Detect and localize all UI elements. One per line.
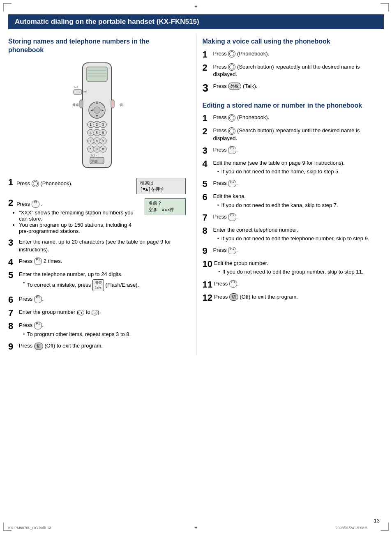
center-mark-top: +: [194, 3, 198, 9]
step-num-7: 7: [8, 308, 17, 318]
edit-step-10: 10 Edit the group number. If you do not …: [203, 260, 384, 276]
svg-text:◄: ◄: [90, 108, 93, 112]
step2-bullet2: You can program up to 150 stations, incl…: [19, 222, 141, 234]
step3-content: Enter the name, up to 20 characters (see…: [19, 238, 186, 253]
right1-step-1: 1 Press (Phonebook).: [203, 50, 384, 59]
handset-image: F1 外線 切 ▲ ▼ ◄ ►: [8, 59, 186, 174]
edit-step8-bullet1: If you do not need to edit the telephone…: [217, 235, 384, 242]
right-section2-title: Editing a stored name or number in the p…: [203, 101, 384, 110]
f1-edit-step11: F1: [229, 280, 237, 288]
step1-display: 検索は[▼▲]を押す: [136, 178, 186, 194]
svg-text:0: 0: [96, 147, 98, 151]
edit-step-11: 11 Press F1.: [203, 280, 384, 289]
left-column: Storing names and telephone numbers in t…: [8, 33, 194, 355]
svg-text:9: 9: [102, 139, 104, 143]
svg-text:1: 1: [90, 122, 92, 127]
svg-text:5: 5: [96, 131, 98, 135]
svg-point-11: [94, 107, 100, 113]
edit-step-num-11: 11: [203, 280, 212, 289]
step-num-6: 6: [8, 295, 17, 304]
column-divider: [196, 33, 196, 355]
step9-content: Press 切 (Off) to exit the program.: [19, 342, 186, 350]
off-button-step9: 切: [34, 343, 43, 350]
name-display-box: 名前？空き xxx件: [145, 198, 186, 215]
edit-step10-bullet1: If you do not need to edit the group num…: [218, 268, 384, 276]
edit-phonebook-icon1: [228, 114, 235, 122]
right1-step1-content: Press (Phonebook).: [213, 50, 384, 58]
step-num-9: 9: [8, 342, 17, 351]
svg-text:F1: F1: [74, 85, 79, 89]
f1-button-step4: F1: [34, 258, 42, 265]
step-num-3: 3: [8, 238, 17, 247]
edit-step12-content: Press 切 (Off) to exit the program.: [214, 293, 384, 301]
corner-mark-br: [380, 522, 389, 531]
svg-text:外線: 外線: [72, 103, 79, 107]
edit-step-num-5: 5: [203, 180, 212, 189]
edit-step4-bullet1: If you do not need to edit the name, ski…: [217, 168, 384, 175]
left-step-9: 9 Press 切 (Off) to exit the program.: [8, 342, 186, 351]
edit-step1-content: Press (Phonebook).: [213, 114, 384, 122]
edit-step-num-8: 8: [203, 226, 212, 235]
edit-step5-content: Press F1.: [213, 180, 384, 187]
step-num-4: 4: [8, 258, 17, 267]
svg-text:▼: ▼: [95, 114, 99, 118]
step2-bullet1: "XXX" shows the remaining station number…: [19, 209, 141, 222]
page-number: 13: [374, 518, 380, 524]
flash-erase-button: 消去ｽｯｼｭ: [92, 279, 104, 291]
right1-step-3: 3 Press 外線 (Talk).: [203, 83, 384, 93]
search-display-box: 検索は[▼▲]を押す: [136, 178, 186, 194]
off-button-edit: 切: [229, 293, 238, 301]
f1-button-step8: F1: [34, 322, 42, 329]
footer-date: 2008/01/24 16:08:5: [335, 526, 367, 530]
svg-text:4: 4: [90, 131, 92, 135]
right1-step-2: 2 Press (Search button) repeatedly until…: [203, 63, 384, 78]
step5-bullet1: To correct a mistake, press 消去ｽｯｼｭ (Flas…: [23, 279, 186, 291]
left-step-5: 5 Enter the telephone number, up to 24 d…: [8, 271, 186, 291]
right1-step3-content: Press 外線 (Talk).: [213, 83, 384, 90]
edit-step-2: 2 Press (Search button) repeatedly until…: [203, 127, 384, 142]
edit-step8-content: Enter the correct telephone number. If y…: [213, 226, 384, 242]
edit-step2-content: Press (Search button) repeatedly until t…: [213, 127, 384, 142]
left-step-8: 8 Press F1. To program other items, repe…: [8, 322, 186, 338]
step-num-1: 1: [8, 177, 13, 187]
left-step-6: 6 Press F1.: [8, 295, 186, 304]
svg-text:ｽｯｼｭ: ｽｯｼｭ: [90, 154, 97, 157]
edit-step9-content: Press F1.: [213, 246, 384, 254]
edit-search-icon: [228, 127, 235, 135]
f1-button-step2: F1: [32, 200, 39, 208]
step-num-8: 8: [8, 322, 17, 331]
f1-edit-step3: F1: [228, 146, 236, 154]
edit-step-9: 9 Press F1.: [203, 246, 384, 255]
f1-edit-step7: F1: [228, 213, 236, 221]
center-mark-bottom: +: [194, 525, 198, 531]
svg-text:6: 6: [102, 131, 104, 135]
left-section-title: Storing names and telephone numbers in t…: [8, 37, 186, 55]
edit-step11-content: Press F1.: [214, 280, 384, 288]
right1-search-icon: [228, 63, 235, 71]
right1-step2-content: Press (Search button) repeatedly until t…: [213, 63, 384, 78]
svg-text:#: #: [102, 147, 104, 151]
edit-step6-content: Edit the kana. If you do not need to edi…: [213, 193, 384, 209]
step1-phonebook-label: (Phonebook).: [40, 180, 72, 186]
right1-phonebook-icon: [228, 50, 235, 58]
right1-step-num-1: 1: [203, 50, 212, 59]
svg-rect-44: [111, 100, 114, 108]
svg-text:▲: ▲: [95, 101, 99, 104]
left-step-2: 2 Press F1 . "XXX" shows the remaining s…: [8, 198, 186, 235]
svg-rect-6: [74, 90, 82, 94]
edit-step-num-2: 2: [203, 127, 212, 136]
svg-text:►: ►: [101, 108, 104, 112]
edit-step10-content: Edit the group number. If you do not nee…: [214, 260, 384, 276]
corner-mark-tl: [3, 3, 12, 12]
edit-step6-bullet1: If you do not need to edit the kana, ski…: [217, 202, 384, 209]
svg-rect-43: [80, 100, 83, 108]
edit-step-7: 7 Press F1.: [203, 213, 384, 222]
svg-text:消去: 消去: [91, 159, 98, 163]
step-num-2: 2: [8, 198, 13, 208]
edit-step-4: 4 Edit the name (see the table on page 9…: [203, 159, 384, 175]
right1-step-num-2: 2: [203, 63, 212, 72]
edit-step-6: 6 Edit the kana. If you do not need to e…: [203, 193, 384, 209]
edit-step-num-7: 7: [203, 213, 212, 222]
edit-step-num-3: 3: [203, 146, 212, 155]
right-column: Making a voice call using the phonebook …: [198, 33, 384, 355]
